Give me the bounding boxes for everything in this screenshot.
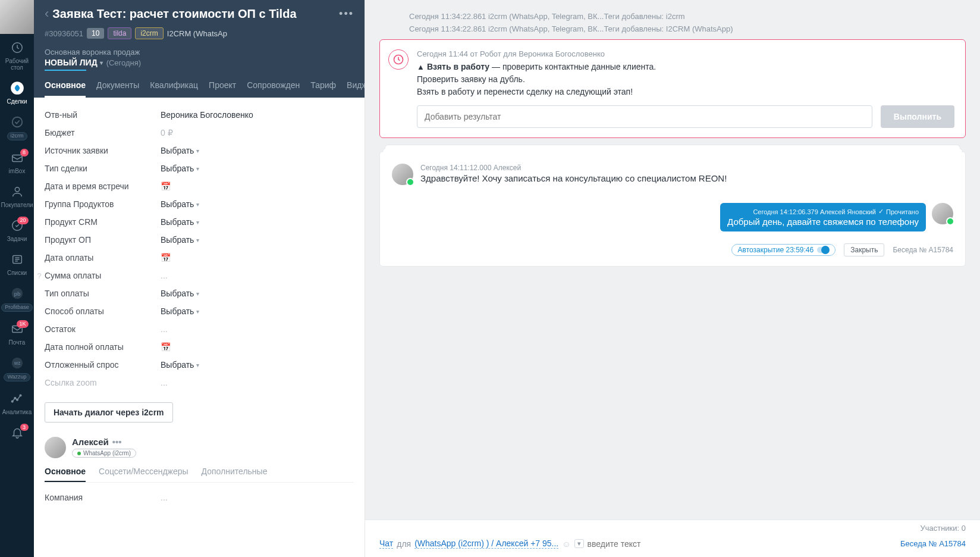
channel-link[interactable]: (WhatsApp (i2crm) ) / Алексей +7 95... — [414, 539, 558, 549]
tab-widgets[interactable]: Виджеты — [347, 80, 365, 98]
contact-tabs: Основное Соцсети/Мессенджеры Дополнитель… — [45, 467, 354, 483]
badge: 3 — [20, 424, 29, 431]
start-dialog-button[interactable]: Начать диалог через i2crm — [45, 402, 173, 423]
lists-icon — [10, 252, 25, 267]
deal-id: #30936051 — [45, 29, 83, 38]
crm-select[interactable]: Выбрать▾ — [161, 217, 354, 227]
clock-icon — [388, 49, 409, 70]
chat-mode-link[interactable]: Чат — [379, 539, 393, 549]
tab-main[interactable]: Основное — [45, 80, 86, 98]
badge: 20 — [17, 217, 28, 224]
chevron-down-icon: ▾ — [196, 165, 199, 172]
conversation-id-link[interactable]: Беседа № A15784 — [900, 539, 966, 548]
sidebar-item-desktop[interactable]: Рабочий стол — [0, 34, 34, 74]
task-header: Сегодня 11:44 от Робот для Вероника Бого… — [417, 49, 954, 58]
contact-menu[interactable]: ••• — [112, 437, 122, 447]
mail-icon: 1K — [10, 321, 25, 337]
paytype-select[interactable]: Выбрать▾ — [161, 289, 354, 298]
deal-title[interactable]: Заявка Тест: расчет стоимости ОП с Tilda — [52, 7, 339, 21]
contact-tab-main[interactable]: Основное — [45, 467, 86, 482]
chevron-down-icon: ▾ — [196, 148, 199, 154]
deals-icon — [10, 80, 25, 96]
for-label: для — [397, 539, 411, 549]
timeline: Сегодня 11:34:22.861 i2crm (WhatsApp, Te… — [365, 0, 980, 520]
sidebar-item-mail[interactable]: 1K Почта — [0, 315, 34, 349]
help-icon[interactable]: ? — [34, 271, 45, 280]
sidebar-item-notifications[interactable]: 3 — [0, 419, 34, 444]
template-dropdown[interactable]: ▾ — [574, 539, 584, 548]
message-incoming: Сегодня 14:11:12.000 Алексей Здравствуйт… — [392, 164, 953, 185]
meeting-date-input[interactable]: 📅 — [161, 182, 354, 191]
contact-card: Алексей••• WhatsApp (i2crm) — [45, 437, 354, 458]
chevron-down-icon: ▾ — [196, 308, 199, 315]
sidebar-item-i2crm[interactable]: i2crm — [0, 108, 34, 144]
participants-count[interactable]: Участники: 0 — [365, 520, 980, 535]
paydate-input[interactable]: 📅 — [161, 253, 354, 262]
source-select[interactable]: Выбрать▾ — [161, 146, 354, 155]
tab-tariff[interactable]: Тариф — [310, 80, 336, 98]
chevron-down-icon: ▾ — [196, 201, 199, 208]
task-complete-button[interactable]: Выполнить — [881, 105, 954, 128]
dealtype-select[interactable]: Выбрать▾ — [161, 164, 354, 173]
contact-tab-social[interactable]: Соцсети/Мессенджеры — [99, 467, 189, 482]
sidebar-item-lists[interactable]: Списки — [0, 246, 34, 280]
chat-text-input[interactable] — [588, 539, 897, 549]
sidebar-item-profitbase[interactable]: pb Profitbase — [0, 280, 34, 315]
warning-icon: ▲ — [417, 62, 425, 71]
field-label: Тип оплаты — [45, 289, 161, 298]
deferred-select[interactable]: Выбрать▾ — [161, 360, 354, 370]
deal-menu-button[interactable]: ••• — [339, 8, 354, 20]
budget-value[interactable]: 0 ₽ — [161, 128, 354, 137]
contact-avatar[interactable] — [45, 437, 66, 458]
fullpay-input[interactable]: 📅 — [161, 342, 354, 352]
message-header: Сегодня 14:12:06.379 Алексей Яновский ✓ … — [727, 208, 919, 215]
paysum-value[interactable]: ... — [161, 271, 354, 280]
zoom-value[interactable]: ... — [161, 378, 354, 387]
deal-fields: Отв-ныйВероника Богословенко Бюджет0 ₽ И… — [34, 98, 365, 557]
svg-point-4 — [15, 187, 19, 192]
task-result-input[interactable] — [417, 105, 872, 128]
company-value[interactable]: ... — [161, 493, 354, 502]
paymethod-select[interactable]: Выбрать▾ — [161, 306, 354, 316]
sidebar-item-analytics[interactable]: Аналитика — [0, 385, 34, 419]
op-select[interactable]: Выбрать▾ — [161, 235, 354, 245]
autoclose-toggle[interactable]: Автозакрытие 23:59:46 — [731, 244, 836, 256]
back-button[interactable]: ‹ — [45, 6, 49, 21]
contact-name[interactable]: Алексей — [72, 437, 109, 447]
field-label: Источник заявки — [45, 146, 161, 155]
sidebar-item-buyers[interactable]: Покупатели — [0, 178, 34, 212]
tag-tilda[interactable]: tilda — [108, 27, 131, 39]
sidebar-item-deals[interactable]: Сделки — [0, 74, 34, 108]
stage-selector[interactable]: НОВЫЙ ЛИД ▾ — [45, 58, 103, 67]
tab-documents[interactable]: Документы — [96, 80, 139, 98]
svg-text:pb: pb — [14, 291, 21, 297]
tag-number[interactable]: 10 — [87, 28, 104, 39]
analytics-icon — [10, 391, 25, 406]
wazzup-icon: wz — [10, 355, 25, 371]
badge: 8 — [20, 149, 29, 157]
tab-support[interactable]: Сопровожден — [247, 80, 300, 98]
tag-i2crm[interactable]: i2crm — [135, 27, 163, 39]
sidebar-label: Аналитика — [2, 409, 32, 415]
group-select[interactable]: Выбрать▾ — [161, 199, 354, 209]
emoji-button[interactable]: ☺ — [562, 539, 570, 549]
field-label: Ссылка zoom — [45, 378, 161, 387]
rest-value[interactable]: ... — [161, 324, 354, 334]
responsible-value[interactable]: Вероника Богословенко — [161, 110, 354, 120]
user-avatar[interactable] — [0, 0, 34, 34]
desktop-icon — [10, 40, 25, 55]
sidebar-label: Wazzup — [4, 373, 30, 381]
contact-tab-extra[interactable]: Дополнительные — [202, 467, 268, 482]
field-label: Продукт CRM — [45, 217, 161, 227]
contact-channel-tag[interactable]: WhatsApp (i2crm) — [72, 449, 136, 458]
tab-qualification[interactable]: Квалификац — [150, 80, 198, 98]
chat-input-footer: Участники: 0 Чат для (WhatsApp (i2crm) )… — [365, 520, 980, 557]
chat-close-button[interactable]: Закрыть — [844, 243, 884, 256]
tasks-icon: 20 — [10, 218, 25, 233]
tab-project[interactable]: Проект — [209, 80, 236, 98]
sidebar-label: Сделки — [7, 98, 27, 105]
sidebar-item-wazzup[interactable]: wz Wazzup — [0, 349, 34, 385]
sidebar-item-imbox[interactable]: 8 imBox — [0, 144, 34, 178]
chevron-down-icon: ▾ — [196, 219, 199, 226]
sidebar-item-tasks[interactable]: 20 Задачи — [0, 212, 34, 246]
